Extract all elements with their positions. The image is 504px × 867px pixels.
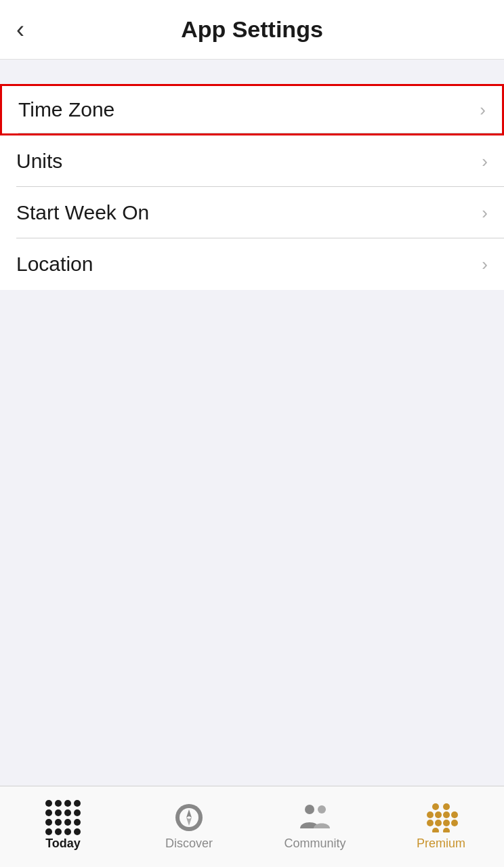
dot [45, 809, 52, 816]
chevron-right-icon: › [482, 203, 488, 224]
discover-tab-label: Discover [165, 837, 213, 851]
time-zone-label: Time Zone [18, 98, 114, 121]
svg-point-14 [443, 820, 450, 826]
settings-item-units[interactable]: Units › [0, 135, 504, 187]
svg-point-7 [443, 803, 450, 810]
today-tab-label: Today [45, 837, 81, 851]
svg-point-16 [432, 828, 439, 832]
page-title: App Settings [181, 16, 323, 43]
svg-point-8 [427, 811, 434, 818]
chevron-right-icon: › [480, 100, 486, 121]
today-icon [45, 803, 81, 832]
tab-community[interactable]: Community [252, 786, 378, 867]
settings-item-time-zone[interactable]: Time Zone › [0, 84, 504, 135]
svg-point-15 [451, 820, 458, 826]
svg-point-6 [432, 803, 439, 810]
today-dots-grid [45, 800, 81, 835]
location-label: Location [16, 253, 93, 276]
back-button[interactable]: ‹ [16, 18, 24, 42]
svg-point-17 [443, 828, 450, 832]
community-svg [297, 803, 333, 832]
dot [74, 819, 81, 826]
community-tab-label: Community [284, 837, 345, 851]
tab-bar: Today Discover Community [0, 786, 504, 867]
dot [64, 828, 71, 835]
chevron-right-icon: › [482, 151, 488, 172]
svg-point-4 [305, 805, 314, 814]
back-arrow-icon: ‹ [16, 18, 24, 42]
dot [74, 828, 81, 835]
dot [45, 800, 52, 807]
svg-point-9 [435, 811, 442, 818]
dot [55, 828, 62, 835]
settings-list: Time Zone › Units › Start Week On › Loca… [0, 84, 504, 290]
compass-svg [174, 803, 204, 832]
settings-item-start-week-on[interactable]: Start Week On › [0, 187, 504, 238]
content-area [0, 290, 504, 786]
dot [74, 800, 81, 807]
premium-tab-label: Premium [417, 837, 465, 851]
dot [64, 800, 71, 807]
svg-point-12 [427, 820, 434, 826]
units-label: Units [16, 150, 62, 173]
start-week-on-label: Start Week On [16, 201, 149, 224]
svg-point-5 [318, 805, 326, 813]
dot [55, 800, 62, 807]
tab-discover[interactable]: Discover [126, 786, 252, 867]
svg-point-10 [443, 811, 450, 818]
settings-item-location[interactable]: Location › [0, 238, 504, 290]
dot [64, 809, 71, 816]
chevron-right-icon: › [482, 254, 488, 275]
dot [45, 828, 52, 835]
top-spacer [0, 60, 504, 84]
dot [74, 809, 81, 816]
svg-point-13 [435, 820, 442, 826]
tab-premium[interactable]: Premium [378, 786, 504, 867]
dot [45, 819, 52, 826]
dot [64, 819, 71, 826]
premium-svg [423, 803, 459, 832]
dot [55, 819, 62, 826]
app-header: ‹ App Settings [0, 0, 504, 60]
dot [55, 809, 62, 816]
svg-point-11 [451, 811, 458, 818]
tab-today[interactable]: Today [0, 786, 126, 867]
discover-icon [171, 803, 207, 832]
premium-icon [423, 803, 459, 832]
community-icon [297, 803, 333, 832]
